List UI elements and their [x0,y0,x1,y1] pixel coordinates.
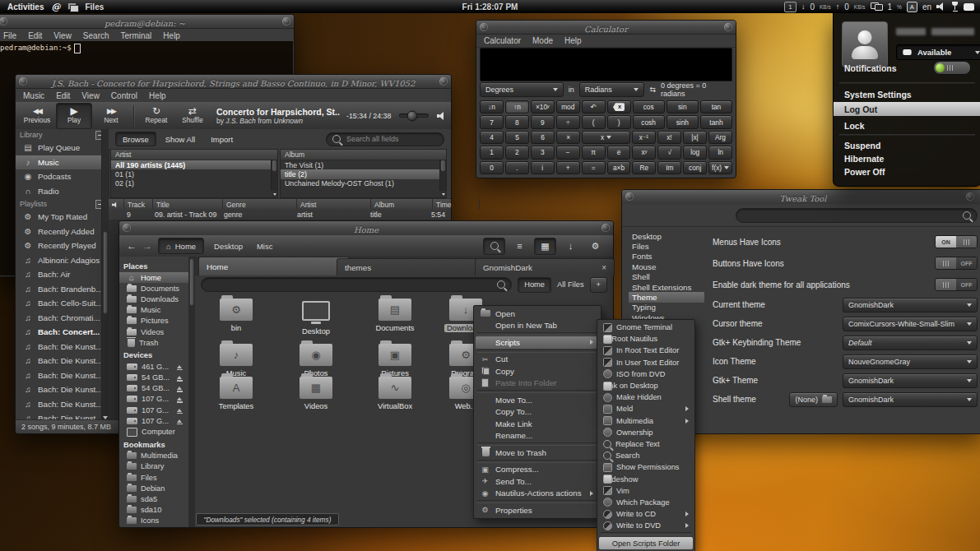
menu-search[interactable]: Search [83,31,109,40]
bookmark-row[interactable]: Library [119,461,188,472]
window-close-button[interactable] [724,23,732,31]
script-slideshow[interactable]: Slideshow [599,473,693,484]
script-make-hidden[interactable]: Make Hidden [599,391,693,403]
place-music[interactable]: Music [119,305,188,316]
path-home-button[interactable]: ⌂Home [158,238,204,254]
sidebar-scrollbar[interactable] [101,129,109,420]
script-vim[interactable]: Vim [599,485,693,497]
album-row[interactable]: The Visit (1) [281,160,446,169]
window-close-button[interactable] [966,192,974,201]
sqrt-key[interactable]: √ [657,146,681,159]
category-typing[interactable]: Typing [629,303,704,313]
variable-dropdown-key[interactable]: x [582,131,630,144]
playlist-item[interactable]: ♫Bach: Chromati... [16,311,109,326]
gear-menu-button[interactable]: ⚙ [585,238,606,254]
playlist-item[interactable]: ♫Bach: Die Kunst... [16,354,109,368]
sinh-key[interactable]: sinh [666,115,699,128]
notifications-toggle[interactable] [933,61,971,75]
category-fonts[interactable]: Fonts [629,252,704,262]
exponent10-key[interactable]: ×10ʸ [531,100,555,113]
back-button[interactable]: ← [127,241,137,251]
menu-view[interactable]: View [53,31,72,40]
tweak-titlebar[interactable]: Tweak Tool [622,190,980,205]
from-unit-dropdown[interactable]: Degrees [480,82,564,97]
calculator-titlebar[interactable]: Calculator [476,21,736,35]
factorial-key[interactable]: x! [657,131,681,144]
script-link-on-desktop[interactable]: Link on Desktop [599,380,693,391]
script-multimedia[interactable]: Multimedia [599,415,693,427]
tab-gnomishdark[interactable]: GnomishDark× [475,258,615,276]
tanh-key[interactable]: tanh [700,115,732,128]
playlist-item[interactable]: ♫Bach: Die Kunst... [16,368,109,383]
window-menu-button[interactable] [0,17,7,25]
script-meld[interactable]: Meld [599,403,693,414]
cosh-key[interactable]: cosh [633,115,665,128]
search-input[interactable] [207,280,493,289]
device-row[interactable]: 54 GB... [119,373,188,383]
digit-8-key[interactable]: 8 [505,115,529,128]
category-theme[interactable]: Theme [629,292,704,302]
artist-header[interactable]: Artist [111,150,277,160]
imaginary-key[interactable]: i [531,161,555,174]
real-key[interactable]: Re [632,161,656,174]
menu-item-nautilus-actions[interactable]: ◉Nautilus-Actions actions [476,488,599,500]
file-icon-virtualbox[interactable]: ∿VirtualBox [364,377,426,410]
file-icon-videos[interactable]: ▦Videos [285,377,347,410]
browse-button[interactable]: Browse [115,132,156,146]
ln-key[interactable]: ln [708,146,732,159]
path-desktop-button[interactable]: Desktop [210,242,247,251]
decimal-key[interactable]: . [505,161,529,174]
menu-file[interactable]: File [3,31,16,40]
multiply-key[interactable]: × [556,131,580,144]
digit-6-key[interactable]: 6 [531,131,555,144]
eject-icon[interactable] [177,376,182,379]
artist-scrollbar[interactable] [271,160,277,191]
minus-key[interactable]: − [556,146,580,159]
device-row[interactable]: 54 GB... [119,383,188,394]
script-write-to-cd[interactable]: Write to CD [599,508,693,520]
sidebar-item-music[interactable]: ♪Music [16,155,109,170]
volume-icon[interactable] [936,2,946,11]
bookmark-row[interactable]: Multimedia [119,451,188,461]
digit-5-key[interactable]: 5 [505,131,529,144]
playlist-item[interactable]: ♫Bach: Cello-Suit... [16,296,109,311]
seek-slider[interactable] [399,113,429,118]
digit-0-key[interactable]: 0 [480,161,504,174]
menu-item-copy[interactable]: Copy [476,365,599,377]
imag-key[interactable]: Im [657,161,681,174]
script-root-nautilus[interactable]: In Root Nautilus [599,333,693,345]
menu-help[interactable]: Help [149,91,166,100]
menu-edit[interactable]: Edit [56,91,70,100]
focused-app-menu[interactable]: Files [85,2,104,12]
bookmark-row[interactable]: Icons [119,516,188,526]
grid-view-button[interactable]: ▦ [534,238,556,255]
menu-item-move-to-trash[interactable]: Move to Trash [476,447,599,459]
digit-2-key[interactable]: 2 [505,146,529,159]
bookmark-row[interactable]: sda5 [119,493,188,504]
playlist-item[interactable]: ♫Bach: Die Kunst... [16,382,109,397]
place-documents[interactable]: Documents [119,283,188,294]
script-replace-text[interactable]: Replace Text [599,438,693,450]
script-write-to-dvd[interactable]: Write to DVD [599,520,693,531]
place-videos[interactable]: Videos [119,326,188,337]
sidebar-item-podcasts[interactable]: ◉Podcasts [16,169,109,184]
artist-row[interactable]: 02 (1) [111,179,277,188]
gtk-theme-dropdown[interactable]: GnomishDark [843,373,978,388]
window-menu-button[interactable] [19,77,27,86]
menu-calculator[interactable]: Calculator [484,36,521,45]
sidebar-item-play-queue[interactable]: ▤Play Queue [16,141,109,155]
backspace-key[interactable]: x [607,100,631,113]
menu-item-cut[interactable]: ✂Cut [476,354,599,366]
bookmark-row[interactable]: Debian [119,483,188,493]
cos-key[interactable]: cos [633,100,665,113]
shell-theme-file-button[interactable]: (None) [789,392,838,407]
import-button[interactable]: Import [204,132,239,146]
download-button[interactable]: ↓ [560,238,581,254]
files-titlebar[interactable]: Home [119,221,613,236]
album-row[interactable]: Unchained Melody-OST Ghost (1) [281,179,446,188]
add-filter-button[interactable]: + [590,277,607,293]
category-mouse[interactable]: Mouse [629,262,704,271]
menu-terminal[interactable]: Terminal [121,31,152,40]
cursor-theme-dropdown[interactable]: ComixCursors-White-Small-Slim [843,317,978,331]
wine-tray-icon[interactable] [951,2,959,12]
